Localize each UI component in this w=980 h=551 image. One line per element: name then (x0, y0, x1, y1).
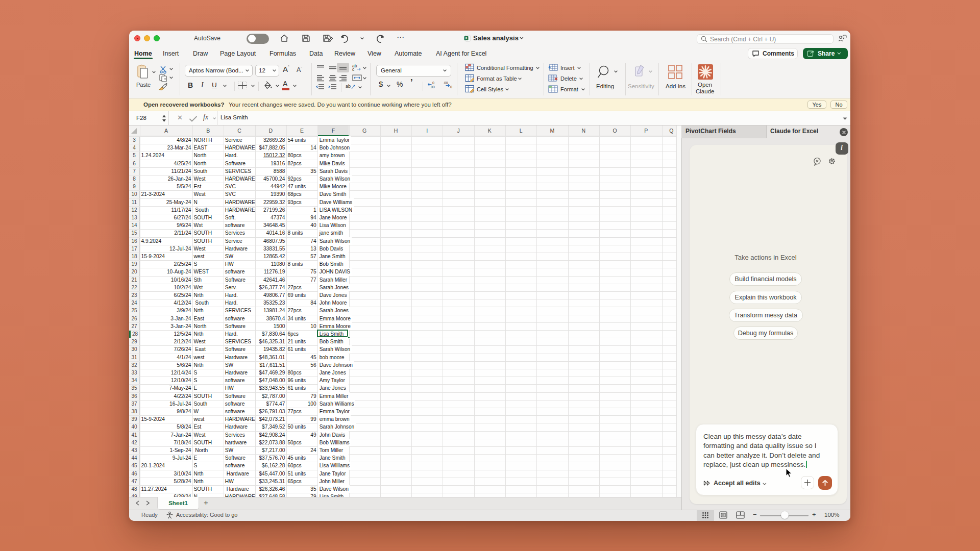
svg-text:ab: ab (346, 84, 351, 89)
svg-text:.00: .00 (443, 81, 448, 85)
svg-text:.00: .00 (430, 85, 435, 89)
svg-text:0: 0 (450, 85, 452, 89)
svg-text:X: X (465, 36, 468, 40)
svg-text:0: 0 (432, 81, 434, 85)
